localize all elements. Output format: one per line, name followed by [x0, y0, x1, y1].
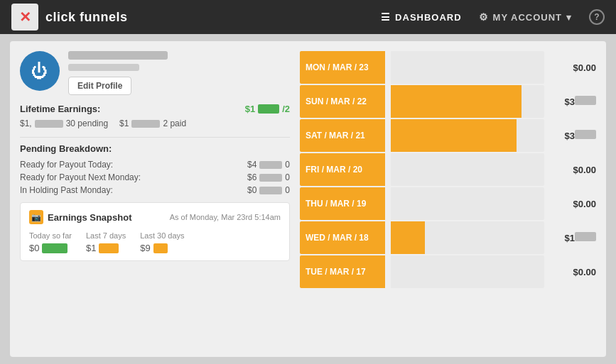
- snapshot-stat-1: Last 7 days $1: [86, 231, 126, 253]
- breakdown-row-0: Ready for Payout Today: $40: [20, 160, 290, 170]
- breakdown-label-0: Ready for Payout Today:: [20, 160, 113, 170]
- chart-value-blurred-2: [575, 130, 596, 139]
- nav-my-account[interactable]: ⚙ MY ACCOUNT ▾: [479, 11, 572, 23]
- pending-item: $1, 30 pending: [20, 118, 108, 128]
- chart-row-3: FRI / MAR / 20$0.00: [300, 153, 596, 186]
- snapshot-stat-label-0: Today so far: [29, 231, 72, 240]
- snapshot-title: Earnings Snapshot: [48, 212, 131, 223]
- chart-value-3: $0.00: [550, 165, 596, 175]
- breakdown-value-1: $60: [247, 172, 290, 182]
- bar-today: [42, 243, 67, 253]
- chart-label-5: WED / MAR / 18: [300, 221, 385, 254]
- chart-value-blurred-1: [575, 96, 596, 105]
- nav-dashboard[interactable]: ☰ DASHBOARD: [381, 11, 462, 23]
- profile-info: Edit Profile: [68, 51, 290, 95]
- snapshot-title-area: 📷 Earnings Snapshot: [29, 210, 131, 224]
- chart-bar-5: [391, 221, 425, 254]
- snapshot-stat-label-2: Last 30 days: [140, 231, 184, 240]
- snapshot-stat-value-1: $1: [86, 243, 126, 253]
- chart-label-6: TUE / MAR / 17: [300, 255, 385, 288]
- chart-value-1: $3: [550, 96, 596, 107]
- divider: [20, 137, 290, 138]
- left-panel: ⏻ Edit Profile Lifetime Earnings: $1 /2 …: [20, 51, 290, 347]
- chart-value-2: $3: [550, 130, 596, 141]
- bar-7days: [99, 243, 119, 253]
- chart-label-2: SAT / MAR / 21: [300, 119, 385, 152]
- chevron-down-icon: ▾: [566, 12, 572, 23]
- paid-blurred: [131, 120, 160, 128]
- chart-value-6: $0.00: [550, 267, 596, 277]
- hamburger-icon: ☰: [381, 11, 391, 23]
- chart-label-3: FRI / MAR / 20: [300, 153, 385, 186]
- snapshot-stats: Today so far $0 Last 7 days $1 Last 30 d…: [29, 231, 281, 253]
- snapshot-stat-value-2: $9: [140, 243, 184, 253]
- snapshot-stat-0: Today so far $0: [29, 231, 72, 253]
- chart-row-6: TUE / MAR / 17$0.00: [300, 255, 596, 288]
- chart-bar-container-5: [391, 221, 544, 254]
- chart-bar-1: [391, 85, 522, 118]
- chart-bar-container-4: [391, 187, 544, 220]
- chart-row-0: MON / MAR / 23$0.00: [300, 51, 596, 84]
- chart-bar-container-1: [391, 85, 544, 118]
- chart-value-5: $1: [550, 232, 596, 243]
- chart-value-0: $0.00: [550, 62, 596, 73]
- breakdown-row-2: In Holding Past Monday: $00: [20, 185, 290, 195]
- paid-item: $1 2 paid: [119, 118, 186, 128]
- snapshot-stat-label-1: Last 7 days: [86, 231, 126, 240]
- chart-row-4: THU / MAR / 19$0.00: [300, 187, 596, 220]
- lifetime-earnings-row: Lifetime Earnings: $1 /2: [20, 104, 290, 114]
- lifetime-earnings-value: $1 /2: [245, 104, 290, 114]
- power-icon: ⏻: [31, 61, 48, 81]
- chart-bar-container-2: [391, 119, 544, 152]
- logo-box: ✕: [11, 4, 38, 31]
- bar-30days: [153, 243, 168, 253]
- chart-bar-container-0: [391, 51, 544, 84]
- logo-icon: ✕: [19, 9, 31, 26]
- chart-bar-container-6: [391, 255, 544, 288]
- pending-blurred: [35, 120, 63, 128]
- chart-label-0: MON / MAR / 23: [300, 51, 385, 84]
- chart-row-2: SAT / MAR / 21$3: [300, 119, 596, 152]
- header-left: ✕ click funnels: [11, 4, 128, 31]
- breakdown-value-0: $40: [247, 160, 290, 170]
- earnings-blurred: [258, 104, 279, 114]
- camera-icon: 📷: [29, 210, 43, 224]
- snapshot-stat-value-0: $0: [29, 243, 72, 253]
- avatar: ⏻: [20, 51, 60, 91]
- breakdown-row-1: Ready for Payout Next Monday: $60: [20, 172, 290, 182]
- breakdown-blurred-1: [259, 174, 282, 182]
- breakdown-title: Pending Breakdown:: [20, 143, 290, 154]
- main-content: ⏻ Edit Profile Lifetime Earnings: $1 /2 …: [10, 41, 606, 357]
- pending-paid-row: $1, 30 pending $1 2 paid: [20, 118, 290, 128]
- breakdown-blurred-0: [259, 161, 282, 169]
- brand-name: click funnels: [45, 10, 128, 25]
- chart-value-blurred-5: [575, 232, 596, 241]
- snapshot-header: 📷 Earnings Snapshot As of Monday, Mar 23…: [29, 210, 281, 224]
- snapshot-date: As of Monday, Mar 23rd 5:14am: [170, 213, 281, 221]
- app-header: ✕ click funnels ☰ DASHBOARD ⚙ MY ACCOUNT…: [0, 0, 616, 34]
- breakdown-label-2: In Holding Past Monday:: [20, 185, 113, 195]
- help-button[interactable]: ?: [589, 9, 605, 25]
- breakdown-value-2: $00: [247, 185, 290, 195]
- chart-label-1: SUN / MAR / 22: [300, 85, 385, 118]
- profile-name-blurred: [68, 51, 168, 60]
- lifetime-earnings-label: Lifetime Earnings:: [20, 104, 100, 114]
- chart-panel: MON / MAR / 23$0.00SUN / MAR / 22$3SAT /…: [300, 51, 596, 347]
- earnings-snapshot-section: 📷 Earnings Snapshot As of Monday, Mar 23…: [20, 202, 290, 261]
- chart-row-1: SUN / MAR / 22$3: [300, 85, 596, 118]
- profile-sub-blurred: [68, 64, 139, 71]
- chart-row-5: WED / MAR / 18$1: [300, 221, 596, 254]
- chart-bar-2: [391, 119, 517, 152]
- chart-label-4: THU / MAR / 19: [300, 187, 385, 220]
- header-right: ☰ DASHBOARD ⚙ MY ACCOUNT ▾ ?: [381, 9, 605, 25]
- chart-value-4: $0.00: [550, 199, 596, 209]
- edit-profile-button[interactable]: Edit Profile: [68, 77, 131, 95]
- chart-bar-container-3: [391, 153, 544, 186]
- breakdown-blurred-2: [259, 187, 282, 194]
- gear-icon: ⚙: [479, 11, 489, 23]
- breakdown-label-1: Ready for Payout Next Monday:: [20, 172, 141, 182]
- profile-section: ⏻ Edit Profile: [20, 51, 290, 95]
- snapshot-stat-2: Last 30 days $9: [140, 231, 184, 253]
